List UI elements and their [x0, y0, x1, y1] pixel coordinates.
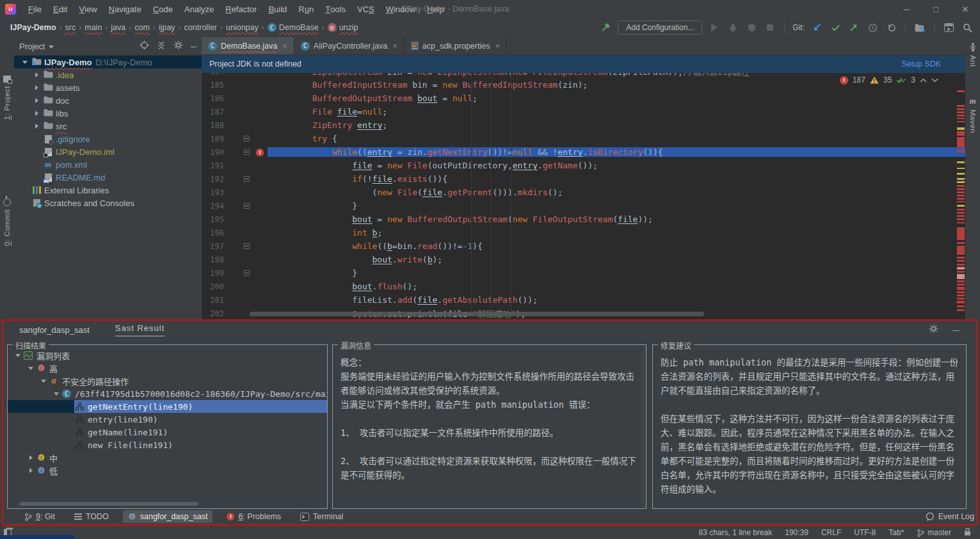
stripe-mark[interactable]: [957, 291, 965, 293]
stripe-mark[interactable]: [957, 111, 965, 113]
breadcrumb-item[interactable]: com: [134, 23, 150, 32]
error-bulb-icon[interactable]: !: [256, 149, 264, 156]
debug-icon[interactable]: [727, 21, 739, 34]
rollback-icon[interactable]: [885, 21, 897, 34]
run-configuration-select[interactable]: Add Configuration...: [618, 20, 702, 35]
close-tab-icon[interactable]: ×: [392, 41, 398, 51]
gear-icon[interactable]: [929, 324, 938, 335]
breadcrumb-item[interactable]: CDemoBase: [268, 23, 319, 32]
git-branch-widget[interactable]: master: [917, 528, 951, 537]
breadcrumb-item[interactable]: java: [111, 23, 125, 32]
event-log-button[interactable]: Event Log: [925, 512, 974, 522]
sast-tree-item[interactable]: getName(line191): [8, 426, 327, 438]
stripe-mark[interactable]: [957, 137, 965, 147]
inspection-widget[interactable]: ! 187 35 3: [840, 76, 938, 84]
tree-item[interactable]: IJPay-DemoD:\IJPay-Demo: [14, 56, 202, 68]
editor-hscrollbar[interactable]: [250, 312, 704, 316]
fold-marker-icon[interactable]: [244, 243, 250, 249]
stripe-mark[interactable]: [957, 246, 965, 255]
tab-AliPayController.java[interactable]: CAliPayController.java×: [294, 37, 405, 54]
locate-icon[interactable]: [140, 40, 149, 52]
lock-icon[interactable]: [964, 527, 971, 538]
fold-marker-icon[interactable]: [244, 203, 250, 209]
stripe-mark[interactable]: [957, 264, 965, 266]
tree-item[interactable]: .idea: [14, 68, 202, 81]
menu-file[interactable]: File: [22, 0, 47, 18]
breadcrumb-item[interactable]: ijpay: [159, 23, 175, 32]
sast-tree-item[interactable]: new File(line191): [8, 438, 327, 451]
stripe-mark[interactable]: [957, 105, 965, 107]
menu-navigate[interactable]: Navigate: [103, 0, 147, 18]
info-scrollbar[interactable]: [641, 350, 645, 507]
stripe-mark[interactable]: [957, 209, 965, 211]
search-everywhere-icon[interactable]: [961, 21, 974, 34]
stripe-mark[interactable]: [957, 227, 965, 240]
hide-panel-icon[interactable]: ─: [952, 325, 960, 335]
tree-item[interactable]: src: [14, 120, 202, 133]
git-update-icon[interactable]: [810, 21, 823, 34]
git-push-icon[interactable]: [847, 21, 860, 34]
run-icon[interactable]: [708, 21, 721, 34]
stripe-mark[interactable]: [957, 195, 965, 197]
stripe-mark[interactable]: [957, 257, 965, 259]
stripe-mark[interactable]: [957, 151, 965, 152]
tree-item[interactable]: libs: [14, 107, 202, 120]
stripe-mark[interactable]: [957, 127, 965, 130]
code-viewport[interactable]: 184 ZipInputStream zin = new ZipInputStr…: [202, 72, 965, 318]
stripe-mark[interactable]: [957, 131, 965, 136]
fold-marker-icon[interactable]: [244, 149, 250, 155]
close-icon[interactable]: ✕: [951, 0, 980, 18]
error-stripe[interactable]: [956, 72, 965, 320]
stripe-mark[interactable]: [957, 294, 965, 296]
stripe-mark[interactable]: [957, 198, 965, 200]
stripe-mark[interactable]: [957, 205, 965, 207]
tab-sast-result[interactable]: Sast Result: [115, 323, 165, 337]
stripe-mark[interactable]: [957, 218, 965, 220]
sast-tree-item[interactable]: 中: [8, 451, 327, 464]
breadcrumb-item[interactable]: main: [84, 23, 102, 32]
sast-tree-item[interactable]: 低: [8, 464, 327, 477]
tree-item[interactable]: Scratches and Consoles: [14, 197, 202, 209]
menu-refactor[interactable]: Refactor: [220, 0, 262, 18]
sast-tree-item[interactable]: C/63ff41795d1b5700016d08c2-186360/IJPay-…: [8, 387, 327, 400]
stripe-mark[interactable]: [957, 201, 965, 202]
close-tab-icon[interactable]: ×: [495, 41, 500, 51]
tab-DemoBase.java[interactable]: CDemoBase.java×: [202, 37, 294, 54]
fold-marker-icon[interactable]: [244, 176, 250, 182]
stripe-mark[interactable]: [957, 118, 965, 119]
prev-error-icon[interactable]: [920, 78, 927, 83]
menu-vcs[interactable]: VCS: [351, 0, 380, 18]
editor-area[interactable]: CDemoBase.java×CAliPayController.java×ac…: [202, 37, 965, 320]
stripe-mark[interactable]: [957, 267, 965, 270]
breadcrumb-item[interactable]: unionpay: [226, 23, 259, 32]
toolwindow-button-6-problems[interactable]: !6: Problems: [221, 511, 286, 522]
stripe-mark[interactable]: [957, 178, 965, 180]
stripe-mark[interactable]: [957, 115, 965, 117]
menu-view[interactable]: View: [73, 0, 102, 18]
stripe-mark[interactable]: [957, 274, 965, 279]
tree-item[interactable]: External Libraries: [14, 184, 202, 197]
sast-tree-item[interactable]: entry(line190): [8, 413, 327, 426]
stripe-mark[interactable]: [957, 298, 965, 300]
stripe-mark[interactable]: [957, 301, 965, 303]
stripe-mark[interactable]: [957, 309, 965, 311]
stripe-mark[interactable]: [957, 188, 965, 190]
breadcrumb-item[interactable]: src: [65, 23, 76, 32]
toolwindow-button-9-git[interactable]: 9: Git: [19, 511, 60, 522]
stripe-button-project[interactable]: 1: Project: [0, 76, 14, 120]
menu-edit[interactable]: Edit: [47, 0, 73, 18]
hide-panel-icon[interactable]: ─: [191, 42, 197, 51]
menu-build[interactable]: Build: [262, 0, 293, 18]
project-structure-icon[interactable]: [913, 21, 926, 34]
stripe-mark[interactable]: [957, 222, 965, 223]
breadcrumb-item[interactable]: munzip: [328, 23, 358, 32]
stripe-mark[interactable]: [957, 215, 965, 217]
stripe-mark[interactable]: [957, 191, 965, 193]
status-item[interactable]: 83 chars, 1 line break: [699, 528, 773, 537]
close-tab-icon[interactable]: ×: [282, 41, 287, 51]
stripe-mark[interactable]: [957, 271, 965, 273]
menu-run[interactable]: Run: [293, 0, 319, 18]
stripe-button-ant[interactable]: Ant: [965, 42, 980, 67]
tree-item[interactable]: README.md: [14, 171, 202, 184]
tree-item[interactable]: mpom.xml: [14, 158, 202, 171]
